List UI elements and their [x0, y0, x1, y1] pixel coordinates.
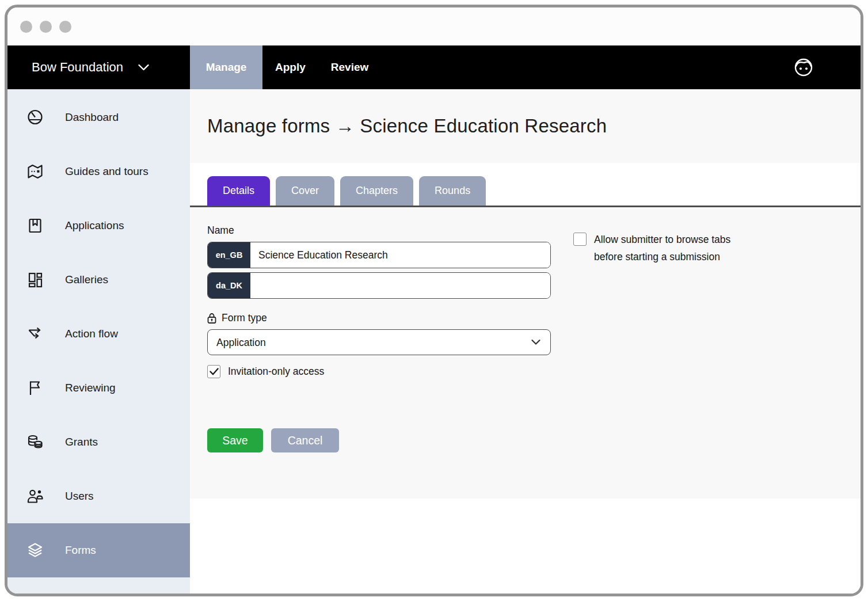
form-type-label-row: Form type	[207, 312, 267, 324]
sidebar-item-reviewing[interactable]: Reviewing	[7, 361, 190, 415]
name-field-en-gb: en_GB	[207, 242, 551, 268]
details-panel: Name en_GB da_DK	[190, 207, 861, 499]
window-control-dot[interactable]	[40, 21, 52, 33]
org-name: Bow Foundation	[32, 60, 123, 75]
sidebar-item-applications[interactable]: Applications	[7, 199, 190, 253]
top-nav-bar: Bow Foundation Manage Apply Review	[7, 45, 861, 89]
sidebar-item-grants[interactable]: Grants	[7, 415, 190, 469]
sidebar-item-label: Reviewing	[65, 382, 116, 394]
page-title: Manage forms → Science Education Researc…	[207, 115, 607, 137]
form-actions: Save Cancel	[207, 428, 339, 452]
window-control-dot[interactable]	[20, 21, 32, 33]
name-input-da-dk[interactable]	[250, 273, 550, 298]
sidebar-item-label: Action flow	[65, 328, 118, 340]
name-field-da-dk: da_DK	[207, 272, 551, 299]
chevron-down-icon	[138, 64, 149, 71]
body-row: Dashboard Guides and tours	[7, 89, 861, 594]
org-switcher[interactable]: Bow Foundation	[7, 45, 190, 89]
nav-item-apply[interactable]: Apply	[262, 45, 318, 89]
topbar-spacer	[381, 45, 793, 89]
window-titlebar	[7, 7, 861, 45]
layers-icon	[25, 541, 45, 560]
grid-icon	[25, 270, 45, 290]
browse-tabs-checkbox[interactable]	[573, 233, 587, 246]
heading-band: Manage forms → Science Education Researc…	[190, 89, 861, 163]
lock-icon	[207, 313, 216, 324]
coins-icon	[25, 432, 45, 452]
flag-icon	[25, 378, 45, 398]
sidebar-item-galleries[interactable]: Galleries	[7, 253, 190, 307]
book-bookmark-icon	[25, 216, 45, 235]
invitation-only-row: Invitation-only access	[207, 365, 324, 378]
name-input-en-gb[interactable]	[250, 242, 550, 268]
users-icon	[25, 486, 45, 506]
map-icon	[25, 162, 45, 181]
tab-rounds[interactable]: Rounds	[419, 176, 486, 206]
save-button[interactable]: Save	[207, 428, 263, 452]
form-type-select-wrap: Application	[207, 329, 551, 355]
invitation-only-label: Invitation-only access	[228, 365, 324, 378]
tab-details[interactable]: Details	[207, 176, 270, 206]
sidebar-item-guides-and-tours[interactable]: Guides and tours	[7, 144, 190, 199]
nav-item-review[interactable]: Review	[318, 45, 381, 89]
form-type-select[interactable]: Application	[207, 329, 551, 355]
tab-cover[interactable]: Cover	[276, 176, 334, 206]
locale-tag-da-dk: da_DK	[208, 273, 250, 298]
name-label: Name	[207, 225, 234, 237]
sidebar-item-users[interactable]: Users	[7, 469, 190, 523]
sidebar-item-label: Galleries	[65, 273, 108, 286]
sidebar: Dashboard Guides and tours	[7, 89, 190, 594]
browse-tabs-label: Allow submitter to browse tabs before st…	[594, 231, 730, 265]
sidebar-item-dashboard[interactable]: Dashboard	[7, 90, 190, 144]
sidebar-item-label: Grants	[65, 436, 98, 448]
dashboard-icon	[25, 108, 45, 127]
window-control-dot[interactable]	[59, 21, 71, 33]
user-avatar-icon[interactable]	[793, 45, 814, 89]
sidebar-item-label: Users	[65, 490, 94, 503]
nav-item-manage[interactable]: Manage	[190, 45, 262, 89]
sidebar-item-action-flow[interactable]: Action flow	[7, 307, 190, 361]
sidebar-item-label: Forms	[65, 544, 96, 557]
flow-arrows-icon	[25, 324, 45, 344]
sidebar-item-label: Dashboard	[65, 111, 119, 124]
form-tabs: Details Cover Chapters Rounds	[190, 163, 861, 207]
invitation-only-checkbox[interactable]	[207, 365, 220, 378]
sidebar-item-forms[interactable]: Forms	[7, 523, 190, 577]
sidebar-item-label: Applications	[65, 219, 124, 232]
cancel-button[interactable]: Cancel	[271, 428, 339, 452]
locale-tag-en-gb: en_GB	[208, 242, 250, 268]
main-content: Manage forms → Science Education Researc…	[190, 89, 861, 594]
tab-chapters[interactable]: Chapters	[340, 176, 413, 206]
bottom-spacer	[190, 499, 861, 594]
sidebar-item-label: Guides and tours	[65, 165, 149, 178]
page-canvas: Bow Foundation Manage Apply Review	[0, 0, 868, 601]
app-window: Bow Foundation Manage Apply Review	[5, 5, 863, 596]
form-type-label: Form type	[222, 312, 267, 324]
browse-tabs-row: Allow submitter to browse tabs before st…	[573, 233, 730, 265]
